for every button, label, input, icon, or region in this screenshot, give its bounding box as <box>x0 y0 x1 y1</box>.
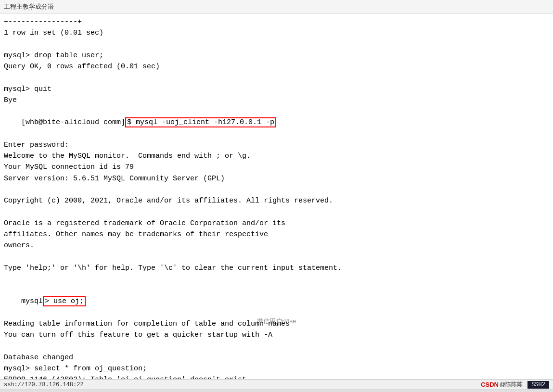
author-label: @陈陈陈 <box>500 380 523 389</box>
terminal-line: Bye <box>4 95 549 106</box>
terminal-line <box>4 72 549 83</box>
terminal-line: owners. <box>4 240 549 251</box>
terminal-line: affiliates. Other names may be trademark… <box>4 229 549 240</box>
terminal-line: Server version: 5.6.51 MySQL Community S… <box>4 173 549 184</box>
terminal-line <box>4 39 549 50</box>
terminal-line <box>4 274 549 285</box>
terminal-line <box>4 251 549 262</box>
title-text: 工程主教学成分语 <box>4 2 54 11</box>
terminal-line: ERROR 1146 (42S02): Table 'oj.oj_questio… <box>4 374 549 379</box>
ssh-status: ssh://120.78.126.148:22 <box>4 381 84 388</box>
csdn-label: CSDN <box>481 381 499 388</box>
terminal-line: Enter password: <box>4 139 549 151</box>
highlighted-command-2: > use oj; <box>43 296 86 306</box>
highlighted-command-1: $ mysql -uoj_client -h127.0.0.1 -p <box>125 117 276 127</box>
terminal-line: Type 'help;' or '\h' for help. Type '\c'… <box>4 263 549 274</box>
terminal-line: mysql> drop table user; <box>4 50 549 61</box>
terminal-line: Welcome to the MySQL monitor. Commands e… <box>4 151 549 162</box>
ssh2-label: SSH2 <box>527 381 549 389</box>
terminal-line <box>4 184 549 195</box>
terminal-line: Copyright (c) 2000, 2021, Oracle and/or … <box>4 195 549 206</box>
terminal-line: mysql> select * from oj_question; <box>4 363 549 374</box>
terminal-line-cmd1: [whb@bite-alicloud comm]$ mysql -uoj_cli… <box>4 106 549 139</box>
terminal-line <box>4 341 549 352</box>
terminal-line: Your MySQL connection id is 79 <box>4 162 549 173</box>
prompt-prefix: [whb@bite-alicloud comm] <box>21 118 125 126</box>
terminal-line: +----------------+ <box>4 16 549 27</box>
terminal-line: Database changed <box>4 352 549 363</box>
terminal-line: You can turn off this feature to get a q… <box>4 329 549 341</box>
watermark: 微信用户rf4se <box>257 316 296 326</box>
prompt-mysql: mysql <box>21 297 43 305</box>
taskbar: 🔍 在这里输入，你要搜索的内容 🌐 📁 ⬛ 📊 🎨 📧 🛒 🖼️ 🎵 🌐 🔊 🔋… <box>0 390 553 392</box>
terminal-window: +----------------+ 1 row in set (0.01 se… <box>0 13 553 379</box>
terminal-line: mysql> quit <box>4 84 549 95</box>
terminal-line: Oracle is a registered trademark of Orac… <box>4 218 549 229</box>
terminal-line <box>4 206 549 217</box>
terminal-line-cmd2: mysql> use oj; <box>4 285 549 318</box>
title-bar: 工程主教学成分语 <box>0 0 553 13</box>
terminal-line: 1 row in set (0.01 sec) <box>4 27 549 38</box>
terminal-line: Query OK, 0 rows affected (0.01 sec) <box>4 61 549 72</box>
